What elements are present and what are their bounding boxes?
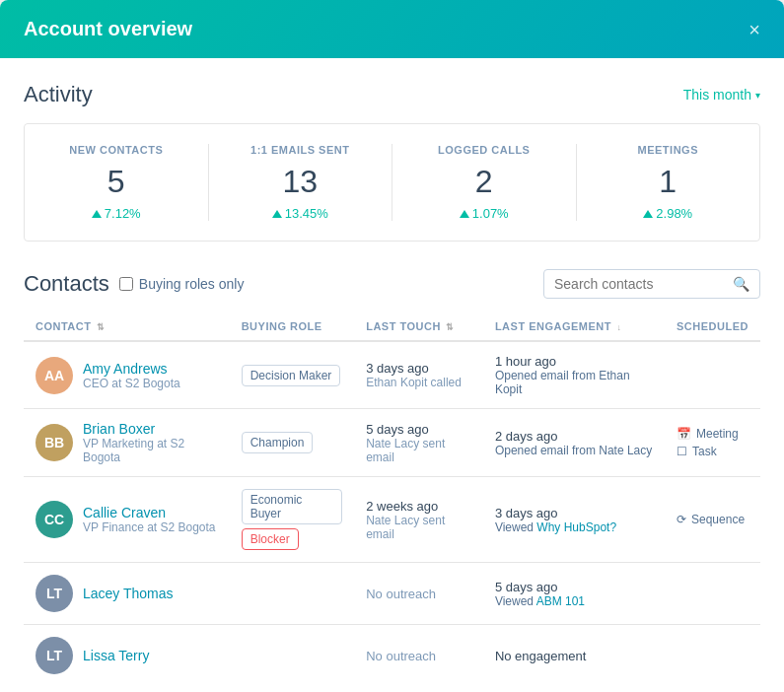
last-touch-cell: 3 days ago Ethan Kopit called [354, 341, 483, 409]
stat-new-contacts: NEW CONTACTS 5 7.12% [25, 144, 209, 221]
contacts-header: Contacts Buying roles only 🔍 [24, 269, 760, 299]
no-outreach: No outreach [366, 587, 436, 601]
scheduled-items: 📅 Meeting ☐ Task [677, 427, 748, 458]
engagement-link[interactable]: ABM 101 [536, 594, 585, 608]
contact-name[interactable]: Lissa Terry [83, 648, 149, 663]
buying-role-badge: Economic Buyer [242, 489, 343, 524]
scheduled-item: ⟳ Sequence [677, 513, 748, 526]
buying-role-cell: Champion [230, 409, 355, 477]
contact-details: Lacey Thomas [83, 586, 174, 601]
stat-change-value: 2.98% [656, 206, 692, 221]
table-row: AA Amy Andrews CEO at S2 Bogota Decision… [24, 341, 760, 409]
engagement-cell: 3 days ago Viewed Why HubSpot? [483, 477, 665, 563]
contact-details: Callie Craven VP Finance at S2 Bogota [83, 505, 216, 534]
search-input[interactable] [554, 276, 733, 292]
stat-meetings: MEETINGS 1 2.98% [577, 144, 760, 221]
modal-body: Activity This month ▾ NEW CONTACTS 5 7.1… [0, 58, 784, 692]
trend-up-icon [643, 210, 653, 218]
engagement-cell: No engagement [483, 625, 665, 687]
trend-up-icon [92, 210, 102, 218]
last-touch-main: 3 days ago [366, 361, 471, 376]
scheduled-icon: ⟳ [677, 513, 686, 526]
stat-change-value: 1.07% [472, 206, 509, 221]
contact-details: Brian Boxer VP Marketing at S2 Bogota [83, 421, 218, 464]
contact-cell: CC Callie Craven VP Finance at S2 Bogota [24, 477, 230, 563]
engagement-cell: 5 days ago Viewed ABM 101 [483, 563, 665, 625]
contact-cell: BB Brian Boxer VP Marketing at S2 Bogota [24, 409, 230, 477]
stat-change: 2.98% [577, 206, 760, 221]
scheduled-cell [665, 625, 760, 687]
buying-role-badge: Champion [242, 432, 314, 453]
modal-header: Account overview × [0, 0, 784, 58]
engagement-main: 2 days ago [495, 429, 653, 444]
stat-value: 2 [392, 164, 576, 200]
last-touch-main: 5 days ago [366, 422, 471, 437]
col-contact: CONTACT ⇅ [24, 312, 230, 341]
engagement-main: 5 days ago [495, 580, 653, 594]
buying-roles-label[interactable]: Buying roles only [139, 276, 245, 292]
engagement-main: 3 days ago [495, 506, 653, 520]
col-scheduled: SCHEDULED [665, 312, 760, 341]
last-touch-cell: No outreach [354, 625, 483, 687]
scheduled-cell [665, 563, 760, 625]
scheduled-label: Task [692, 445, 717, 458]
sort-icon-3: ↓ [617, 322, 622, 332]
scheduled-label: Sequence [691, 513, 745, 526]
engagement-sub: Opened email from Ethan Kopit [495, 369, 653, 396]
contact-name[interactable]: Brian Boxer [83, 421, 218, 437]
table-row: LT Lacey Thomas No outreach 5 days ago V… [24, 563, 760, 625]
stat-value: 5 [25, 164, 208, 200]
last-touch-sub: Nate Lacy sent email [366, 514, 471, 541]
modal-title: Account overview [24, 18, 192, 40]
engagement-cell: 1 hour ago Opened email from Ethan Kopit [483, 341, 665, 409]
sort-icon: ⇅ [97, 322, 106, 332]
trend-up-icon [272, 210, 282, 218]
stat-logged-calls: LOGGED CALLS 2 1.07% [392, 144, 577, 221]
stat-change-value: 13.45% [285, 206, 328, 221]
buying-role-cell [230, 563, 355, 625]
col-last-engagement: LAST ENGAGEMENT ↓ [483, 312, 665, 341]
avatar: AA [36, 357, 73, 394]
contact-info: AA Amy Andrews CEO at S2 Bogota [36, 357, 218, 394]
buying-roles-checkbox[interactable] [119, 277, 133, 291]
period-label: This month [683, 87, 751, 103]
engagement-sub: Opened email from Nate Lacy [495, 444, 653, 457]
contact-name[interactable]: Amy Andrews [83, 361, 180, 377]
last-touch-sub: Nate Lacy sent email [366, 437, 471, 464]
engagement-link[interactable]: Why HubSpot? [536, 520, 616, 534]
table-row: LT Lissa Terry No outreach No engagement [24, 625, 760, 687]
engagement-main: 1 hour ago [495, 354, 653, 369]
activity-section-header: Activity This month ▾ [24, 82, 760, 107]
avatar: BB [36, 424, 73, 461]
period-selector[interactable]: This month ▾ [683, 87, 760, 103]
contact-name[interactable]: Callie Craven [83, 505, 216, 520]
contact-name[interactable]: Lacey Thomas [83, 586, 174, 601]
engagement-cell: 2 days ago Opened email from Nate Lacy [483, 409, 665, 477]
contact-title: VP Finance at S2 Bogota [83, 520, 216, 534]
engagement-sub: Viewed ABM 101 [495, 594, 653, 608]
avatar: LT [36, 637, 73, 674]
scheduled-icon: ☐ [677, 445, 687, 458]
last-touch-cell: 5 days ago Nate Lacy sent email [354, 409, 483, 477]
avatar: LT [36, 575, 73, 612]
stat-change: 7.12% [25, 206, 208, 221]
activity-title: Activity [24, 82, 93, 107]
contact-info: CC Callie Craven VP Finance at S2 Bogota [36, 501, 218, 538]
chevron-down-icon: ▾ [755, 90, 760, 101]
stat-change: 13.45% [209, 206, 392, 221]
contact-info: LT Lacey Thomas [36, 575, 218, 612]
stat-label: MEETINGS [577, 144, 760, 156]
contacts-section: Contacts Buying roles only 🔍 CONTACT ⇅ B… [24, 269, 760, 686]
stats-card: NEW CONTACTS 5 7.12% 1:1 EMAILS SENT 13 … [24, 123, 760, 242]
contact-cell: LT Lacey Thomas [24, 563, 230, 625]
engagement-sub: Viewed Why HubSpot? [495, 520, 653, 534]
search-box: 🔍 [543, 269, 760, 299]
scheduled-item: 📅 Meeting [677, 427, 748, 441]
col-buying-role: BUYING ROLE [230, 312, 355, 341]
contact-info: LT Lissa Terry [36, 637, 218, 674]
buying-role-cell: Economic Buyer Blocker [230, 477, 355, 563]
scheduled-cell: 📅 Meeting ☐ Task [665, 409, 760, 477]
scheduled-cell: ⟳ Sequence [665, 477, 760, 563]
last-touch-main: 2 weeks ago [366, 499, 471, 514]
close-button[interactable]: × [748, 20, 760, 39]
